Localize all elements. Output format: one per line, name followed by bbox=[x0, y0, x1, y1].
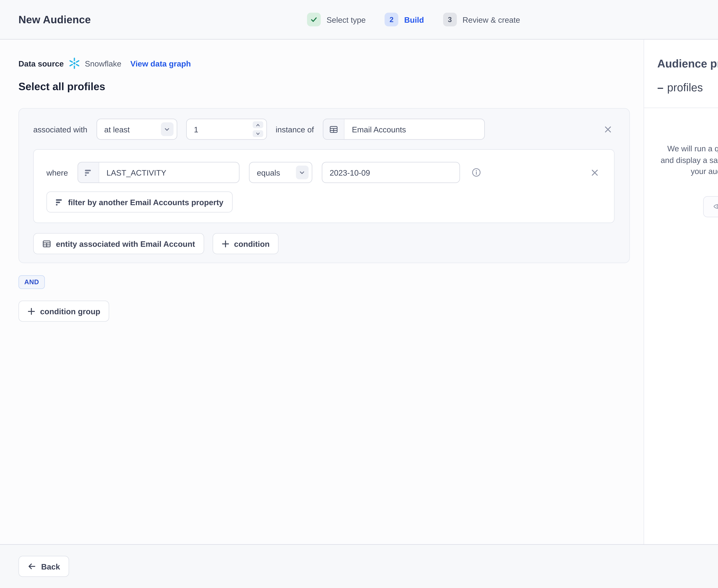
select-all-profiles-heading: Select all profiles bbox=[19, 81, 630, 93]
filter-icon bbox=[56, 198, 63, 206]
instance-of-label: instance of bbox=[276, 125, 314, 134]
snowflake-icon bbox=[68, 58, 80, 69]
add-condition-label: condition bbox=[234, 239, 270, 248]
preview-header: Audience preview –profiles bbox=[644, 40, 718, 108]
step-label: Build bbox=[404, 15, 424, 24]
count-stepper[interactable]: 1 bbox=[186, 119, 267, 140]
condition-actions-row: entity associated with Email Account con… bbox=[33, 233, 614, 254]
and-operator-badge[interactable]: AND bbox=[19, 275, 45, 289]
property-select[interactable]: LAST_ACTIVITY bbox=[77, 162, 239, 183]
filter-by-property-button[interactable]: filter by another Email Accounts propert… bbox=[46, 191, 232, 212]
operator-select[interactable]: at least bbox=[96, 119, 177, 140]
footer-bar: Back Next bbox=[0, 544, 718, 588]
back-button[interactable]: Back bbox=[19, 556, 69, 577]
where-row: where LAST_ACTIVITY equals bbox=[46, 162, 601, 183]
add-condition-group-button[interactable]: condition group bbox=[19, 300, 109, 322]
audience-builder-canvas: Data source Snowflake View data graph Se… bbox=[0, 40, 643, 544]
comparator-value: equals bbox=[257, 168, 296, 177]
filter-button-row: filter by another Email Accounts propert… bbox=[46, 191, 601, 212]
back-button-label: Back bbox=[41, 562, 60, 571]
eye-icon bbox=[713, 202, 718, 211]
profile-count-unit: profiles bbox=[667, 81, 703, 93]
check-icon bbox=[310, 16, 317, 23]
info-icon[interactable] bbox=[469, 166, 483, 179]
date-value: 2023-10-09 bbox=[330, 168, 452, 177]
profile-count-value: – bbox=[657, 81, 663, 93]
page-title: New Audience bbox=[19, 14, 91, 25]
body-row: Data source Snowflake View data graph Se… bbox=[0, 40, 718, 544]
entity-value: Email Accounts bbox=[345, 119, 413, 139]
step-label: Select type bbox=[327, 15, 366, 24]
preview-button[interactable]: Preview bbox=[703, 196, 718, 217]
chevron-down-icon bbox=[161, 122, 173, 136]
plus-icon bbox=[27, 307, 35, 315]
filter-icon bbox=[78, 162, 99, 183]
entity-associated-button[interactable]: entity associated with Email Account bbox=[33, 233, 204, 254]
close-icon bbox=[590, 168, 599, 177]
add-condition-group-label: condition group bbox=[40, 307, 100, 316]
step-select-type[interactable]: Select type bbox=[307, 13, 366, 26]
arrow-left-icon bbox=[27, 562, 36, 571]
entity-select[interactable]: Email Accounts bbox=[323, 119, 485, 140]
condition-group-card: associated with at least 1 bbox=[19, 108, 630, 263]
step-done-badge bbox=[307, 13, 321, 26]
new-audience-page: New Audience Select type 2 Build 3 Revie… bbox=[0, 0, 718, 588]
plus-icon bbox=[221, 240, 229, 248]
filter-by-property-label: filter by another Email Accounts propert… bbox=[68, 197, 223, 206]
stepper: Select type 2 Build 3 Review & create bbox=[307, 13, 520, 26]
preview-body: We will run a query on your warehouse an… bbox=[644, 108, 718, 217]
step-label: Review & create bbox=[463, 15, 520, 24]
number-stepper-buttons bbox=[252, 121, 263, 137]
count-value: 1 bbox=[194, 125, 252, 134]
operator-value: at least bbox=[104, 125, 161, 134]
condition-group-row: condition group bbox=[19, 300, 630, 322]
date-input[interactable]: 2023-10-09 bbox=[322, 162, 460, 183]
profile-count: –profiles bbox=[657, 81, 718, 94]
add-condition-button[interactable]: condition bbox=[212, 233, 279, 254]
decrement-button[interactable] bbox=[252, 130, 263, 137]
property-value: LAST_ACTIVITY bbox=[99, 162, 173, 183]
step-number-badge: 3 bbox=[443, 13, 457, 26]
step-review-create[interactable]: 3 Review & create bbox=[443, 13, 520, 26]
data-source-label: Data source bbox=[19, 59, 64, 68]
comparator-select[interactable]: equals bbox=[249, 162, 312, 183]
table-icon bbox=[42, 239, 51, 248]
associated-with-label: associated with bbox=[33, 125, 87, 134]
chevron-down-icon bbox=[296, 166, 308, 179]
where-clause-card: where LAST_ACTIVITY equals bbox=[33, 149, 614, 223]
step-build[interactable]: 2 Build bbox=[385, 13, 424, 26]
where-label: where bbox=[46, 168, 68, 177]
table-icon bbox=[323, 119, 345, 139]
remove-where-button[interactable] bbox=[588, 166, 601, 179]
data-source-name: Snowflake bbox=[85, 59, 121, 68]
preview-note: We will run a query on your warehouse an… bbox=[660, 143, 718, 177]
chevron-up-icon bbox=[255, 123, 260, 127]
remove-condition-button[interactable] bbox=[601, 122, 615, 136]
step-number-badge: 2 bbox=[385, 13, 398, 26]
data-source-row: Data source Snowflake View data graph bbox=[19, 58, 630, 69]
audience-preview-pane: Audience preview –profiles We will run a… bbox=[643, 40, 718, 544]
top-header: New Audience Select type 2 Build 3 Revie… bbox=[0, 0, 718, 40]
entity-associated-label: entity associated with Email Account bbox=[56, 239, 195, 248]
chevron-down-icon bbox=[255, 132, 260, 136]
association-row: associated with at least 1 bbox=[33, 119, 614, 140]
preview-title: Audience preview bbox=[657, 58, 718, 70]
increment-button[interactable] bbox=[252, 121, 263, 128]
view-data-graph-link[interactable]: View data graph bbox=[130, 59, 191, 68]
close-icon bbox=[603, 125, 612, 134]
